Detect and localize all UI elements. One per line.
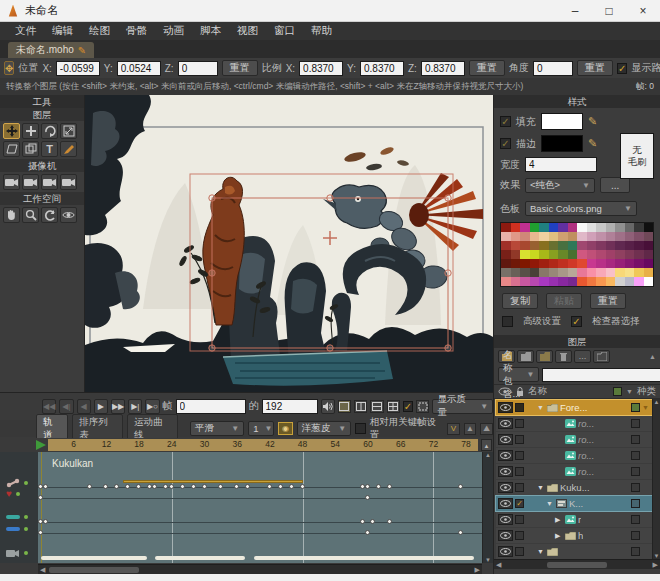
menu-item-4[interactable]: 动画 — [156, 22, 191, 40]
layer-row-ro...[interactable]: ro... — [496, 416, 652, 431]
palette-swatch[interactable] — [644, 250, 654, 259]
layer-color-swatch[interactable] — [631, 419, 640, 428]
palette-swatch[interactable] — [577, 277, 587, 286]
palette-swatch[interactable] — [558, 223, 568, 232]
keyframe[interactable] — [38, 519, 43, 524]
position-x-input[interactable] — [56, 61, 100, 76]
keyframe[interactable] — [458, 530, 463, 535]
layers-horizontal-scrollbar[interactable]: ◀ ▶ — [494, 559, 660, 569]
palette-swatch[interactable] — [530, 223, 540, 232]
split-2-view-icon[interactable] — [354, 400, 367, 413]
palette-swatch[interactable] — [606, 241, 616, 250]
keyframe[interactable] — [387, 519, 392, 524]
layer-row-h[interactable]: ▶h — [496, 528, 652, 543]
layer-checkbox[interactable] — [515, 403, 524, 412]
triangle-icon[interactable]: ▲ — [464, 423, 477, 435]
delete-layer-button[interactable] — [555, 350, 572, 363]
position-y-input[interactable] — [117, 61, 161, 76]
layer-row-Fore...[interactable]: ▼Fore...▼ — [496, 400, 652, 415]
layer-checkbox[interactable] — [515, 419, 524, 428]
palette-swatch[interactable] — [501, 268, 511, 277]
reset-angle-button[interactable]: 重置 — [577, 60, 613, 76]
keyframe[interactable] — [267, 484, 272, 489]
duration-segment[interactable] — [155, 556, 245, 560]
layer-color-swatch[interactable] — [631, 435, 640, 444]
palette-swatch[interactable] — [577, 250, 587, 259]
palette-swatch[interactable] — [587, 241, 597, 250]
brush-selector-button[interactable]: 无毛刷 — [620, 133, 654, 179]
palette-swatch[interactable] — [501, 259, 511, 268]
layer-color-swatch[interactable] — [631, 451, 640, 460]
palette-swatch[interactable] — [539, 241, 549, 250]
split-grid-view-icon[interactable] — [387, 400, 400, 413]
palette-swatch[interactable] — [634, 268, 644, 277]
rotate-layer-tool[interactable] — [41, 123, 58, 139]
palette-swatch[interactable] — [539, 223, 549, 232]
keyframe[interactable] — [38, 484, 43, 489]
menu-item-3[interactable]: 骨骼 — [119, 22, 154, 40]
zoom-camera-tool[interactable] — [22, 174, 39, 190]
layers-vertical-scrollbar[interactable]: ▲▼ — [652, 399, 660, 559]
current-frame-input[interactable] — [176, 399, 246, 414]
palette-swatch[interactable] — [558, 250, 568, 259]
end-frame-input[interactable] — [262, 399, 318, 414]
minimize-button[interactable]: – — [558, 0, 592, 21]
scale-y-input[interactable] — [360, 61, 404, 76]
palette-swatch[interactable] — [539, 277, 549, 286]
palette-swatch[interactable] — [606, 223, 616, 232]
layers-filter-input[interactable] — [542, 368, 660, 382]
palette-swatch[interactable] — [530, 241, 540, 250]
frame-outline-icon[interactable] — [416, 400, 429, 413]
palette-swatch[interactable] — [558, 259, 568, 268]
menu-item-1[interactable]: 编辑 — [45, 22, 80, 40]
palette-swatch[interactable] — [634, 232, 644, 241]
interpolation-dropdown[interactable]: 平滑▼ — [190, 421, 244, 436]
timeline-ruler[interactable]: ▲ 6121824303642485460667278 — [0, 438, 493, 452]
palette-swatch[interactable] — [606, 232, 616, 241]
palette-swatch[interactable] — [606, 268, 616, 277]
layer-expand-arrow[interactable]: ▼ — [537, 404, 545, 411]
palette-swatch[interactable] — [596, 277, 606, 286]
stroke-checkbox[interactable]: ✓ — [500, 138, 511, 149]
layer-row-ro...[interactable]: ro... — [496, 448, 652, 463]
layer-visibility-icon[interactable] — [498, 498, 513, 509]
rewind-button[interactable]: ◀◀ — [42, 399, 56, 414]
menu-item-6[interactable]: 视图 — [230, 22, 265, 40]
orbit-view-tool[interactable] — [60, 207, 77, 223]
palette-swatch[interactable] — [634, 259, 644, 268]
single-view-icon[interactable] — [338, 400, 351, 413]
palette-swatch[interactable] — [625, 259, 635, 268]
scroll-left-arrow[interactable]: ◀ — [496, 561, 501, 569]
palette-swatch[interactable] — [530, 277, 540, 286]
reference-layer-button[interactable] — [593, 350, 610, 363]
duration-segment[interactable] — [254, 556, 474, 560]
keyframe[interactable] — [191, 484, 196, 489]
freehand-tool[interactable] — [60, 141, 77, 157]
fill-checkbox[interactable]: ✓ — [500, 116, 511, 127]
stroke-color-swatch[interactable] — [541, 135, 583, 152]
keyframe[interactable] — [38, 495, 43, 500]
keyframe[interactable] — [234, 484, 239, 489]
layer-visibility-icon[interactable] — [498, 402, 513, 413]
layer-visibility-icon[interactable] — [498, 450, 513, 461]
scroll-right-arrow[interactable]: ▶ — [653, 561, 658, 569]
reset-position-button[interactable]: 重置 — [222, 60, 258, 76]
effect-more-button[interactable]: ... — [600, 177, 630, 193]
prev-keyframe-button[interactable]: ◀| — [59, 399, 73, 414]
palette-swatch[interactable] — [634, 277, 644, 286]
palette-swatch[interactable] — [558, 232, 568, 241]
palette-swatch[interactable] — [511, 250, 521, 259]
palette-swatch[interactable] — [606, 259, 616, 268]
keyframe[interactable] — [365, 530, 370, 535]
palette-swatch[interactable] — [520, 223, 530, 232]
palette-swatch[interactable] — [577, 259, 587, 268]
keyframe[interactable] — [360, 484, 365, 489]
palette-swatch[interactable] — [568, 241, 578, 250]
palette-swatch[interactable] — [501, 241, 511, 250]
palette-swatch[interactable] — [587, 232, 597, 241]
palette-swatch[interactable] — [549, 268, 559, 277]
layer-row-partial[interactable]: ▼ — [496, 544, 652, 559]
keyframe[interactable] — [218, 484, 223, 489]
layer-checkbox[interactable] — [515, 483, 524, 492]
keyframe-selection-bar[interactable] — [123, 480, 303, 483]
